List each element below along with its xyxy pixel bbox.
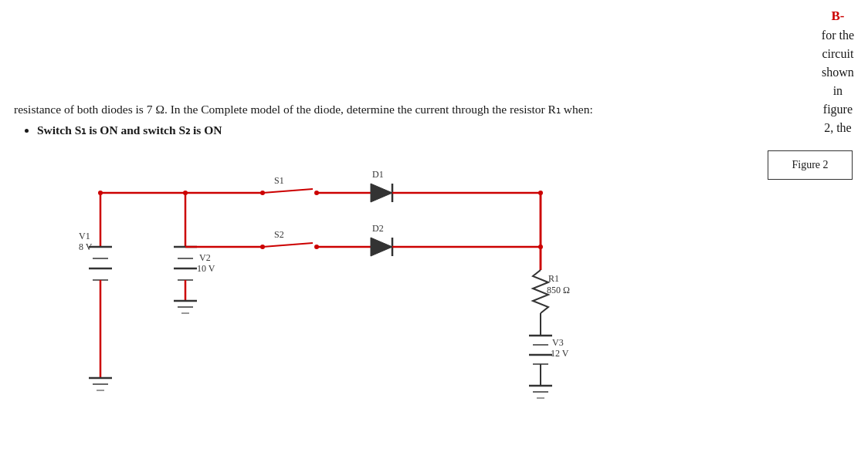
r1-value: 850 Ω <box>547 285 570 295</box>
bullet-list: Switch S₁ is ON and switch S₂ is ON <box>37 123 854 137</box>
v2-value: 10 V <box>197 263 215 274</box>
line5: figure <box>822 100 854 119</box>
page-container: B- for the circuit shown in figure 2, th… <box>0 0 868 459</box>
s2-label: S2 <box>274 229 284 240</box>
line3: shown <box>822 63 854 82</box>
circuit-diagram: V1 8 V S1 D1 <box>39 143 656 444</box>
svg-line-30 <box>263 243 313 247</box>
main-paragraph: resistance of both diodes is 7 Ω. In the… <box>14 100 840 119</box>
v3-label: V3 <box>552 337 564 348</box>
svg-marker-32 <box>371 238 392 256</box>
line6: 2, the <box>822 119 854 137</box>
line4: in <box>822 82 854 100</box>
line1: for the <box>822 26 854 45</box>
r1-label: R1 <box>548 273 559 284</box>
svg-line-12 <box>263 189 313 193</box>
bullet-on: ON <box>204 123 222 137</box>
v1-label: V1 <box>79 231 90 241</box>
bullet-item: Switch S₁ is ON and switch S₂ is ON <box>37 123 854 137</box>
svg-point-49 <box>538 245 543 249</box>
bullet-text-bold: Switch S₁ is ON and switch S₂ is <box>37 123 204 137</box>
v3-value: 12 V <box>551 348 569 359</box>
main-text-content: resistance of both diodes is 7 Ω. In the… <box>14 103 593 116</box>
d2-label: D2 <box>372 223 384 234</box>
svg-point-47 <box>183 191 188 195</box>
v2-label: V2 <box>199 252 211 263</box>
v1-value: 8 V <box>79 241 93 252</box>
s1-label: S1 <box>274 175 284 186</box>
svg-point-46 <box>98 191 103 195</box>
figure2-label: Figure 2 <box>792 159 828 171</box>
line2: circuit <box>822 45 854 63</box>
svg-marker-14 <box>371 184 392 202</box>
bold-b-label: B- <box>822 6 854 26</box>
figure2-box: Figure 2 <box>768 150 853 180</box>
top-right-text-block: B- for the circuit shown in figure 2, th… <box>822 6 854 137</box>
d1-label: D1 <box>372 169 384 180</box>
svg-point-48 <box>538 191 543 195</box>
